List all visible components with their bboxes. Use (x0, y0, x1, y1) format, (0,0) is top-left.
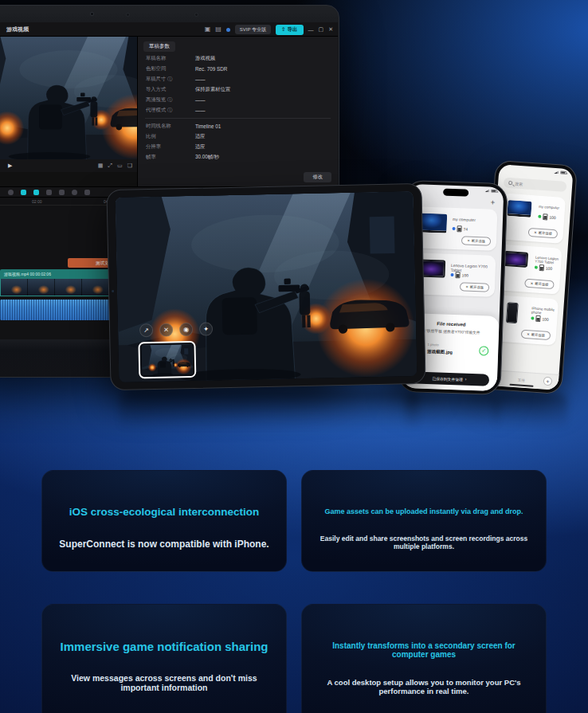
game-scene-preview (0, 37, 137, 159)
share-icon[interactable]: ↗ (139, 323, 153, 337)
screenshot-thumbnail[interactable] (138, 341, 196, 378)
success-check-icon: ✓ (479, 346, 488, 355)
feature-card-notifications: Immersive game notification sharing View… (41, 604, 287, 713)
disconnect-button[interactable]: ✕断开连接 (524, 279, 554, 290)
panel-row: 导入方式保持原素材位置 (138, 84, 338, 95)
grid-icon[interactable]: ▦ (98, 163, 104, 169)
laptop-thumbnail (507, 200, 531, 217)
video-preview: ▶ ▦ ⤢ ▭ ❏ (0, 37, 137, 186)
export-button[interactable]: ⇧导出 (276, 25, 303, 35)
screenshot-toolbar: ↗ ✕ ◉ ✦ (139, 322, 213, 337)
text-tool-icon[interactable] (21, 190, 26, 195)
notification-dot-icon[interactable] (226, 28, 230, 32)
sticker-tool-icon[interactable] (33, 190, 39, 195)
ai-sparkle-icon[interactable]: ✦ (199, 322, 213, 335)
delete-icon[interactable]: ✕ (159, 323, 173, 336)
disconnect-button[interactable]: ✕断开连接 (460, 282, 489, 292)
device-card-computer[interactable]: my computer 100 ✕断开连接 (500, 193, 566, 243)
effects-tool-icon[interactable] (59, 190, 65, 195)
ratio-icon[interactable]: ▭ (117, 163, 123, 169)
device-card-computer[interactable]: my computer 74 ✕断开连接 (412, 206, 498, 251)
card-title: Instantly transforms into a secondary sc… (302, 641, 546, 659)
feature-card-ios: iOS cross-ecological interconnection Sup… (41, 470, 287, 572)
x-icon: ✕ (530, 281, 533, 285)
card-subtitle: SuperConnect is now compatible with iPho… (48, 539, 280, 550)
status-bar (554, 170, 566, 174)
signal-icon (554, 170, 559, 174)
divider (145, 118, 331, 119)
card-title: Immersive game notification sharing (48, 640, 281, 653)
fullscreen-icon[interactable]: ❏ (127, 163, 132, 169)
mic-hole-icon (126, 13, 130, 17)
panel-row: 帧率30.00帧/秒 (138, 152, 338, 163)
tab-draft-params[interactable]: 草稿参数 (143, 41, 175, 52)
phone-right-reflection (494, 394, 567, 433)
x-icon: ✕ (534, 230, 537, 234)
card-subtitle: A cool desktop setup allows you to monit… (302, 678, 546, 695)
panel-row: 草稿名称游戏视频 (138, 53, 338, 64)
feature-card-upload: Game assets can be uploaded instantly vi… (301, 470, 547, 572)
battery-icon (543, 214, 548, 220)
search-input[interactable]: 搜索 (504, 178, 567, 192)
close-button[interactable]: ✕ (328, 26, 333, 33)
volume-tool-icon[interactable] (72, 190, 77, 195)
maximize-button[interactable]: ▢ (319, 26, 324, 33)
home-indicator[interactable] (509, 384, 533, 387)
connected-dot-icon (450, 273, 453, 276)
card-title: iOS cross-ecological interconnection (57, 506, 272, 518)
app-label: 互传 (518, 378, 525, 382)
disconnect-button[interactable]: ✕断开连接 (528, 228, 558, 239)
disconnect-button[interactable]: ✕断开连接 (461, 236, 491, 245)
online-dot-icon (538, 215, 541, 218)
chevron-right-icon: › (465, 378, 467, 382)
export-arrow-icon: ⇧ (281, 26, 285, 33)
battery-icon (491, 190, 497, 193)
minimize-button[interactable]: — (308, 27, 314, 33)
x-icon: ✕ (465, 285, 468, 289)
tablet-reflection (120, 390, 419, 435)
ruler-tick: 02:00 (32, 199, 42, 204)
panel-row: 草稿尺寸 ⓘ—— (138, 74, 338, 84)
play-button[interactable]: ▶ (8, 163, 12, 169)
add-device-button[interactable]: ＋ (543, 377, 553, 386)
connected-dot-icon (453, 227, 456, 230)
preview-controls: ▶ ▦ ⤢ ▭ ❏ (0, 159, 137, 172)
panel-row: 分辨率适应 (138, 142, 338, 152)
modify-button[interactable]: 修改 (304, 172, 331, 182)
card-subtitle: Easily edit and share screenshots and sc… (302, 535, 546, 550)
record-icon[interactable]: ◉ (179, 323, 193, 336)
disconnect-button[interactable]: ✕断开连接 (521, 330, 551, 341)
panel-row: 比例适应 (138, 131, 338, 142)
search-icon (508, 181, 512, 185)
mic-icon[interactable] (8, 190, 14, 195)
card-subtitle: View messages across screens and don't m… (42, 673, 286, 692)
membership-badge[interactable]: SVIP 专业版 (235, 25, 271, 34)
webcam-icon (90, 12, 94, 16)
editor-titlebar: 游戏视频 ▣ ▤ SVIP 专业版 ⇧导出 — ▢ ✕ (0, 22, 338, 37)
battery-icon (457, 225, 461, 232)
speed-tool-icon[interactable] (84, 190, 90, 195)
tablet-device: ↗ ✕ ◉ ✦ (106, 183, 425, 390)
promo-canvas: 游戏视频 ▣ ▤ SVIP 专业版 ⇧导出 — ▢ ✕ ▶ (0, 0, 588, 713)
wifi-icon (484, 189, 489, 192)
battery-icon (539, 264, 545, 271)
thumbnail-scene-image (142, 344, 194, 375)
dynamic-island (443, 189, 468, 197)
feature-card-secondary-screen: Instantly transforms into a secondary sc… (301, 604, 547, 713)
x-icon: ✕ (527, 332, 530, 336)
device-card-tablet[interactable]: Lenovo Legion Y700 Tablet 100 ✕断开连接 (496, 244, 563, 294)
file-meta: 1 photo (427, 343, 439, 347)
panel-row: 代理模式 ⓘ—— (138, 105, 338, 116)
add-device-button[interactable]: ＋ (489, 198, 496, 208)
display-mode-icon[interactable]: ▤ (215, 26, 221, 33)
file-name: 游戏截图.jpg (427, 349, 453, 355)
mic-hole-icon (194, 13, 198, 17)
draft-settings-panel: 草稿参数 草稿名称游戏视频 色彩空间Rec. 709 SDR 草稿尺寸 ⓘ—— … (137, 37, 338, 186)
layout-icon[interactable]: ▣ (205, 26, 211, 33)
split-tool-icon[interactable] (46, 190, 52, 195)
battery-icon (560, 170, 566, 174)
battery-icon (535, 315, 541, 322)
phone-left-reflection (405, 394, 499, 433)
battery-icon (455, 272, 460, 278)
resize-icon[interactable]: ⤢ (108, 163, 112, 169)
